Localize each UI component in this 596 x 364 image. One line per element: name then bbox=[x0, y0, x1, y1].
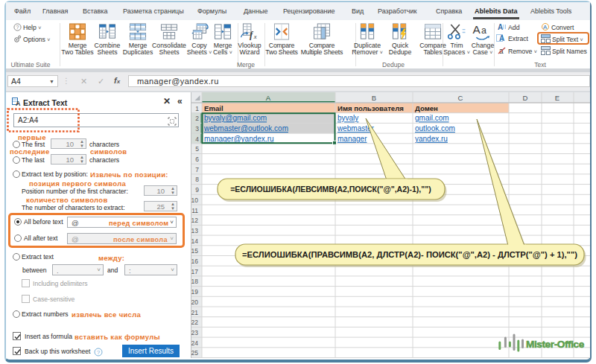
svg-text:=ЕСЛИОШИБКА(ЛЕВСИМВ(A2,ПОИСК(": =ЕСЛИОШИБКА(ЛЕВСИМВ(A2,ПОИСК("@",A2)-1),… bbox=[230, 185, 431, 194]
svg-text:=ЕСЛИОШИБКА(ПРАВСИМВ(A2, ДЛСТР: =ЕСЛИОШИБКА(ПРАВСИМВ(A2, ДЛСТР(A2)- ПОИС… bbox=[242, 250, 577, 259]
